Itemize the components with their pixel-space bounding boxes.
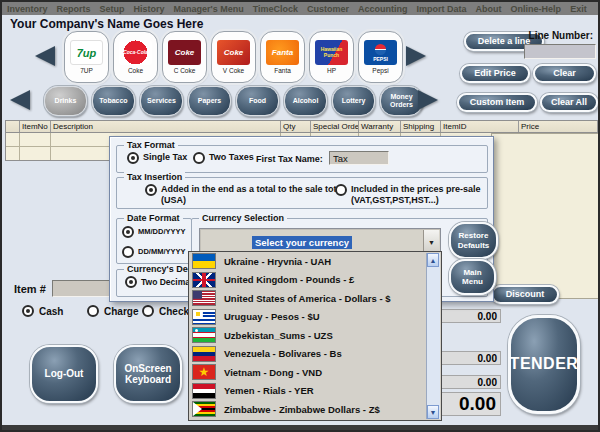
product-fanta[interactable]: Fanta Fanta: [260, 31, 305, 83]
edit-price-button[interactable]: Edit Price: [460, 64, 530, 83]
currency-option-uzbekistan[interactable]: Uzbekistan_Sums - UZS: [189, 326, 441, 345]
tax-added-radio[interactable]: [145, 184, 157, 196]
categories-scroll-right-icon[interactable]: [418, 90, 438, 110]
tax-insertion-legend: Tax Insertion: [124, 172, 185, 182]
product-button-row: 7up 7UP Coca-Cola Coke Coke C Coke Coke …: [64, 31, 403, 83]
payment-check-radio[interactable]: [142, 305, 154, 317]
items-grid-right-panel: [491, 133, 599, 299]
category-lottery[interactable]: Lottery: [332, 86, 375, 116]
product-label: Fanta: [274, 67, 291, 74]
discount-button[interactable]: Discount: [491, 285, 559, 304]
ddmmyyyy-radio[interactable]: [122, 246, 134, 258]
two-taxes-option[interactable]: Two Taxes: [193, 152, 254, 164]
product-pepsi[interactable]: PEPSI Pepsi: [358, 31, 403, 83]
onscreen-keyboard-button[interactable]: OnScreen Keyboard: [114, 345, 182, 403]
list-scrollbar[interactable]: ▲ ▼: [426, 253, 440, 419]
product-hp[interactable]: Hawaiian Punch HP: [309, 31, 354, 83]
usa-flag-icon: [192, 290, 216, 306]
ukraine-flag-icon: [192, 253, 216, 269]
grid-empty-cell: [6, 133, 20, 160]
grid-column-shipping[interactable]: Shipping: [401, 121, 441, 132]
currency-option-uk[interactable]: United Kingdom - Pounds - £: [189, 271, 441, 290]
restore-defaults-button[interactable]: Restore Defaults: [449, 222, 498, 259]
grid-column-price[interactable]: Price: [519, 121, 598, 132]
menu-item-reports[interactable]: Reports: [57, 4, 91, 14]
category-money-orders[interactable]: Money Orders: [380, 86, 423, 116]
mmddyyyy-option[interactable]: MM/DD/YYYY: [122, 226, 186, 238]
currency-option-ukraine[interactable]: Ukraine - Hryvnia - UAH: [189, 252, 441, 271]
line-number-input[interactable]: [524, 44, 596, 59]
currency-option-usa[interactable]: United States of America - Dollars - $: [189, 289, 441, 308]
grid-column-select[interactable]: [6, 121, 20, 132]
menu-item-manager-s-menu[interactable]: Manager's Menu: [174, 4, 244, 14]
uzbekistan-flag-icon: [192, 327, 216, 343]
clear-button[interactable]: Clear: [533, 64, 596, 83]
ddmmyyyy-option[interactable]: DD/MM/YYYY: [122, 246, 186, 258]
category-alcohol[interactable]: Alcohol: [284, 86, 327, 116]
menu-item-accounting[interactable]: Accounting: [358, 4, 408, 14]
scroll-up-icon[interactable]: ▲: [427, 253, 439, 267]
product-coke[interactable]: Coca-Cola Coke: [113, 31, 158, 83]
product-7up[interactable]: 7up 7UP: [64, 31, 109, 83]
currency-option-vietnam[interactable]: Vietnam - Dong - VND: [189, 363, 441, 382]
products-scroll-left-icon[interactable]: [35, 46, 55, 66]
currency-option-yemen[interactable]: Yemen - Rials - YER: [189, 382, 441, 401]
menu-item-timeclock[interactable]: TimeClock: [253, 4, 298, 14]
grid-column-special-order[interactable]: Special Order: [311, 121, 359, 132]
currency-option-uruguay[interactable]: Uruguay - Pesos - $U: [189, 308, 441, 327]
products-scroll-right-icon[interactable]: [406, 46, 426, 66]
grid-column-description[interactable]: Description: [51, 121, 281, 132]
category-tobacco[interactable]: Tobacco: [92, 86, 135, 116]
payment-cash-radio[interactable]: [22, 305, 34, 317]
currency-option-zimbabwe[interactable]: Zimbabwe - Zimbabwe Dollars - Z$: [189, 400, 441, 419]
category-food[interactable]: Food: [236, 86, 279, 116]
menu-item-customer[interactable]: Customer: [307, 4, 349, 14]
tax-included-radio[interactable]: [335, 184, 347, 196]
product-v-coke[interactable]: Coke V Coke: [211, 31, 256, 83]
first-tax-name-input[interactable]: [329, 151, 389, 165]
grid-column-itemid[interactable]: ItemID: [441, 121, 519, 132]
category-services[interactable]: Services: [140, 86, 183, 116]
logout-button[interactable]: Log-Out: [30, 345, 98, 403]
single-tax-radio[interactable]: [127, 152, 139, 164]
uruguay-flag-icon: [192, 309, 216, 325]
tender-button[interactable]: TENDER: [508, 315, 580, 414]
category-papers[interactable]: Papers: [188, 86, 231, 116]
menu-item-history[interactable]: History: [134, 4, 165, 14]
payment-check[interactable]: Check: [142, 305, 189, 317]
menu-item-inventory[interactable]: Inventory: [7, 4, 48, 14]
tax-included-option[interactable]: Included in the prices pre-sale (VAT,GST…: [335, 184, 481, 206]
scroll-down-icon[interactable]: ▼: [427, 405, 439, 419]
menu-item-online-help[interactable]: Online-Help: [511, 4, 562, 14]
payment-cash[interactable]: Cash: [22, 305, 63, 317]
menu-item-exit[interactable]: Exit: [570, 4, 587, 14]
currency-selection-legend: Currency Selection: [199, 213, 287, 223]
grid-column-qty[interactable]: Qty: [281, 121, 311, 132]
tax-added-option[interactable]: Added in the end as a total to the sale …: [145, 184, 344, 206]
currency-option-label: Uzbekistan_Sums - UZS: [224, 330, 333, 341]
product-label: HP: [327, 67, 336, 74]
payment-charge[interactable]: Charge: [87, 305, 138, 317]
main-menu-button[interactable]: Main Menu: [449, 259, 496, 295]
grid-column-warranty[interactable]: Warranty: [359, 121, 401, 132]
payment-charge-radio[interactable]: [87, 305, 99, 317]
product-c-coke[interactable]: Coke C Coke: [162, 31, 207, 83]
fanta-logo-icon: Fanta: [266, 40, 299, 65]
menu-item-setup[interactable]: Setup: [100, 4, 125, 14]
menu-item-about[interactable]: About: [476, 4, 502, 14]
single-tax-option[interactable]: Single Tax: [127, 152, 187, 164]
uk-flag-icon: [192, 272, 216, 288]
payment-label: Cash: [39, 306, 63, 317]
categories-scroll-left-icon[interactable]: [10, 90, 30, 110]
category-drinks[interactable]: Drinks: [44, 86, 87, 116]
mmddyyyy-radio[interactable]: [122, 226, 134, 238]
two-taxes-radio[interactable]: [193, 152, 205, 164]
two-decimal-radio[interactable]: [125, 276, 137, 288]
total-value: 0.00: [478, 377, 497, 388]
custom-item-button[interactable]: Custom Item: [457, 93, 537, 112]
menu-item-import-data[interactable]: Import Data: [417, 4, 467, 14]
clear-all-button[interactable]: Clear All: [540, 93, 598, 112]
currency-option-venezuela[interactable]: Venezuela - Bolivares - Bs: [189, 345, 441, 364]
yemen-flag-icon: [192, 383, 216, 399]
grid-column-itemno[interactable]: ItemNo: [20, 121, 51, 132]
